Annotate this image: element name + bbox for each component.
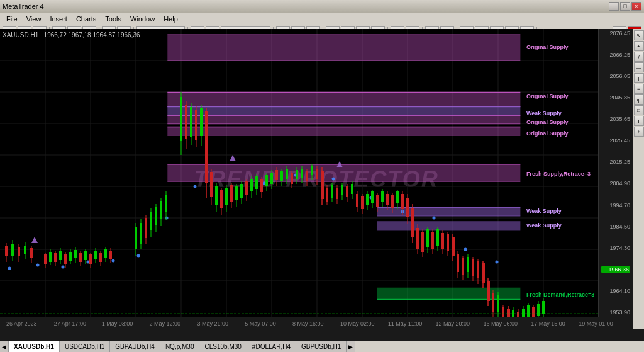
svg-rect-146 <box>74 250 77 258</box>
price-1984: 1984.50 <box>601 224 630 230</box>
menu-insert[interactable]: Insert <box>46 14 71 24</box>
svg-rect-140 <box>59 251 62 260</box>
svg-point-131 <box>464 248 467 251</box>
menubar: File View Insert Charts Tools Window Hel… <box>0 13 644 25</box>
svg-rect-210 <box>265 175 268 186</box>
price-1964: 1964.10 <box>601 288 630 294</box>
titlebar-controls: _ □ × <box>609 2 641 11</box>
tab-usdcad[interactable]: USDCADb,H1 <box>60 341 110 353</box>
close-button[interactable]: × <box>631 2 641 11</box>
svg-point-123 <box>194 185 197 188</box>
svg-rect-320 <box>542 301 545 314</box>
price-1994: 1994.70 <box>601 202 630 208</box>
zone-original-supply-3 <box>167 115 520 124</box>
svg-rect-228 <box>311 166 313 175</box>
svg-rect-178 <box>185 105 187 139</box>
svg-rect-312 <box>522 309 525 317</box>
time-4: 2 May 12:00 <box>150 321 197 327</box>
rect-tool[interactable]: □ <box>634 105 644 115</box>
cursor-tool[interactable]: ↖ <box>634 30 644 40</box>
fib-tool[interactable]: φ <box>634 94 644 105</box>
svg-rect-248 <box>361 196 364 209</box>
menu-charts[interactable]: Charts <box>72 14 100 24</box>
svg-rect-176 <box>180 97 182 141</box>
svg-rect-162 <box>135 227 137 249</box>
menu-tools[interactable]: Tools <box>101 14 125 24</box>
arrow-tool[interactable]: ↑ <box>634 127 644 137</box>
svg-rect-264 <box>401 194 404 209</box>
svg-rect-284 <box>452 237 455 256</box>
svg-rect-236 <box>331 185 333 198</box>
price-2045: 2045.85 <box>601 94 630 101</box>
svg-rect-182 <box>195 110 197 140</box>
svg-point-130 <box>433 217 436 220</box>
svg-rect-250 <box>366 194 369 205</box>
svg-point-125 <box>263 182 266 185</box>
maximize-button[interactable]: □ <box>620 2 630 11</box>
time-12: 17 May 15:00 <box>531 321 579 327</box>
svg-rect-212 <box>270 173 273 184</box>
ohlc-text: XAUUSD,H1 1966,72 1967,18 1964,87 1966,3… <box>3 31 140 38</box>
svg-rect-198 <box>235 186 238 200</box>
price-2066: 2066.25 <box>601 52 630 58</box>
svg-rect-276 <box>431 232 434 249</box>
minimize-button[interactable]: _ <box>609 2 619 11</box>
svg-rect-292 <box>472 259 474 276</box>
svg-rect-180 <box>190 107 192 137</box>
tab-dollar[interactable]: #DOLLAR,H4 <box>247 341 296 353</box>
tab-xauusd[interactable]: XAUUSDb,H1 <box>9 341 60 353</box>
tab-scroll-left[interactable]: ◀ <box>0 341 9 353</box>
svg-rect-260 <box>391 195 394 208</box>
line-tool[interactable]: / <box>634 52 644 62</box>
svg-rect-107 <box>5 246 8 256</box>
tab-nq[interactable]: NQ,p,M30 <box>160 341 200 353</box>
zone-original-supply-4 <box>167 127 520 135</box>
menu-view[interactable]: View <box>23 14 45 24</box>
svg-rect-246 <box>356 194 358 207</box>
svg-rect-294 <box>477 261 479 278</box>
svg-rect-188 <box>210 172 213 197</box>
svg-rect-314 <box>527 305 530 317</box>
text-tool[interactable]: T <box>634 116 644 126</box>
time-1: 26 Apr 2023 <box>6 321 54 327</box>
svg-rect-230 <box>316 169 318 179</box>
hline-tool[interactable]: — <box>634 62 644 72</box>
channel-tool[interactable]: ≡ <box>634 84 644 94</box>
time-7: 8 May 16:00 <box>292 321 340 327</box>
svg-point-118 <box>62 266 65 269</box>
menu-window[interactable]: Window <box>126 14 158 24</box>
svg-point-122 <box>165 217 169 220</box>
tab-gbpaud[interactable]: GBPAUDb,H4 <box>110 341 160 353</box>
menu-help[interactable]: Help <box>160 14 182 24</box>
crosshair-tool[interactable]: + <box>634 41 644 51</box>
vline-tool[interactable]: | <box>634 73 644 83</box>
svg-point-127 <box>332 178 335 181</box>
candles-rising1 <box>135 191 167 256</box>
price-2035: 2035.65 <box>601 116 630 122</box>
chart-area[interactable]: XAUUSD,H1 1966,72 1967,18 1964,87 1966,3… <box>0 29 633 329</box>
svg-rect-136 <box>49 252 52 262</box>
price-1974: 1974.30 <box>601 245 630 251</box>
svg-rect-160 <box>109 251 112 259</box>
zone-label-9: Fresh Demand,Retrace=3 <box>526 292 594 298</box>
time-axis: 26 Apr 2023 27 Apr 17:00 1 May 03:00 2 M… <box>0 317 633 329</box>
svg-rect-304 <box>502 307 504 317</box>
svg-rect-318 <box>537 304 540 316</box>
zone-fresh-supply <box>167 164 520 181</box>
svg-rect-202 <box>245 181 248 195</box>
candle-group-left <box>5 240 33 263</box>
zone-label-8: Weak Supply <box>526 222 562 229</box>
svg-rect-288 <box>462 258 464 275</box>
svg-rect-258 <box>386 194 389 205</box>
menu-file[interactable]: File <box>3 14 21 24</box>
tab-scroll-right[interactable]: ▶ <box>347 341 355 353</box>
tab-cls10[interactable]: CLS10b,M30 <box>199 341 247 353</box>
svg-rect-298 <box>487 281 490 301</box>
svg-rect-256 <box>381 191 384 202</box>
svg-rect-316 <box>532 307 535 317</box>
chart-canvas[interactable]: Original Supply Original Supply Weak Sup… <box>0 29 598 317</box>
tab-gbpusd[interactable]: GBPUSDb,H1 <box>296 341 347 353</box>
svg-rect-282 <box>447 234 449 251</box>
svg-rect-194 <box>225 188 228 205</box>
svg-point-119 <box>87 261 90 264</box>
